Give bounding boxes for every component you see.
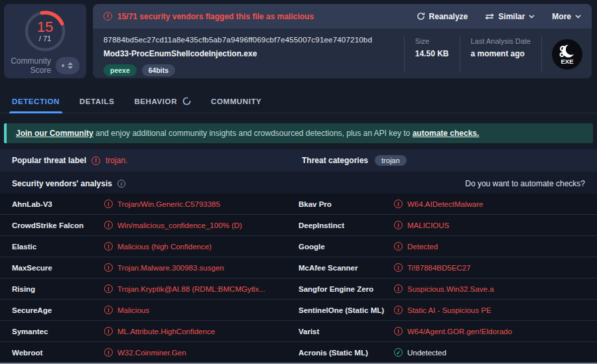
- vendor-name: CrowdStrike Falcon: [0, 221, 104, 229]
- table-row: Webroot!W32.Coinminer.GenAcronis (Static…: [0, 342, 597, 363]
- size-value: 14.50 KB: [415, 49, 449, 58]
- vendor-result-text: Malicious: [117, 306, 149, 314]
- vendor-result-text: ML.Attribute.HighConfidence: [117, 328, 215, 335]
- alert-circle-icon: !: [394, 284, 403, 293]
- vendor-result: ✓Undetected: [394, 348, 597, 357]
- vendor-result-text: Trojan.Kryptik@AI.88 (RDML:BMCMGytlx...: [117, 285, 265, 293]
- alert-circle-icon: !: [104, 306, 113, 314]
- vendor-name: Rising: [0, 285, 104, 293]
- detections-count: 15: [21, 19, 69, 36]
- vendor-name: Varist: [287, 328, 394, 335]
- table-row: AhnLab-V3!Trojan/Win.Generic.C5793385Bka…: [0, 194, 597, 215]
- banner-text: 15/71 security vendors flagged this file…: [117, 12, 314, 21]
- vendor-name: AhnLab-V3: [0, 200, 104, 208]
- vendor-result-text: Malicious (high Confidence): [117, 243, 212, 251]
- vendor-result: !Trojan/Win.Generic.C5793385: [104, 200, 287, 208]
- reanalyze-button[interactable]: Reanalyze: [417, 12, 468, 21]
- file-type-badge-column: EXE: [541, 36, 582, 72]
- detection-banner: ! 15/71 security vendors flagged this fi…: [93, 4, 592, 29]
- last-analysis-label: Last Analysis Date: [471, 37, 531, 45]
- community-score-label: Community Score: [11, 56, 51, 75]
- vendor-name: MaxSecure: [0, 264, 104, 272]
- vendor-name: Bkav Pro: [287, 200, 394, 208]
- automate-checks-link[interactable]: automate checks.: [413, 129, 480, 138]
- alert-circle-icon: !: [104, 327, 113, 335]
- vendor-result: !W64.AIDetectMalware: [394, 200, 597, 208]
- vendor-name: Acronis (Static ML): [287, 349, 394, 357]
- similar-button[interactable]: Similar: [485, 12, 535, 21]
- vendor-name: Symantec: [0, 328, 104, 335]
- threat-category-pill[interactable]: trojan: [375, 155, 407, 166]
- join-community-banner: Join our Community and enjoy additional …: [4, 123, 593, 143]
- vendor-name: Google: [287, 243, 394, 251]
- vendor-result: !Suspicious.Win32.Save.a: [394, 284, 597, 293]
- alert-circle-icon: !: [104, 284, 113, 293]
- tab-community[interactable]: COMMUNITY: [211, 90, 261, 113]
- tab-details[interactable]: DETAILS: [80, 90, 115, 113]
- info-circle-icon[interactable]: i: [117, 180, 125, 188]
- vendor-name: McAfee Scanner: [287, 264, 394, 272]
- table-row: CrowdStrike Falcon!Win/malicious_confide…: [0, 215, 597, 236]
- community-score-card: 15 / 71 Community Score: [4, 4, 86, 78]
- exe-file-badge: EXE: [552, 39, 582, 70]
- vendor-result: !W64/Agent.GOR.gen!Eldorado: [394, 327, 597, 335]
- vendors-table: AhnLab-V3!Trojan/Win.Generic.C5793385Bka…: [0, 194, 597, 363]
- vendor-result: !MALICIOUS: [394, 221, 597, 229]
- vendor-name: SentinelOne (Static ML): [287, 306, 394, 314]
- table-row: SecureAge!MaliciousSentinelOne (Static M…: [0, 300, 597, 321]
- size-label: Size: [415, 37, 449, 45]
- detections-total: / 71: [21, 34, 69, 42]
- vendor-result: !Trojan.Kryptik@AI.88 (RDML:BMCMGytlx...: [104, 284, 287, 293]
- chevron-down-icon: [575, 15, 581, 19]
- stepper-dot-icon: [62, 64, 64, 67]
- vendor-result-text: Trojan/Win.Generic.C5793385: [117, 200, 220, 208]
- file-info-section: 87884bd5ec27cd11a8e435cfb5ab7a9496ff069c…: [93, 29, 592, 78]
- vendor-result: !Ti!87884BD5EC27: [394, 263, 597, 272]
- stepper-arrows-icon[interactable]: [68, 62, 73, 69]
- vendor-name: Sangfor Engine Zero: [287, 285, 394, 293]
- vendor-result: !W32.Coinminer.Gen: [104, 348, 287, 357]
- vendor-result-text: Static AI - Suspicious PE: [407, 306, 492, 314]
- alert-circle-icon: !: [103, 12, 112, 21]
- tab-detection[interactable]: DETECTION: [12, 90, 60, 113]
- file-size-column: Size 14.50 KB: [404, 36, 460, 72]
- tag-64bits[interactable]: 64bits: [142, 64, 175, 76]
- vendor-result: !ML.Attribute.HighConfidence: [104, 327, 287, 335]
- alert-circle-icon: !: [104, 242, 113, 251]
- similar-arrows-icon: [485, 13, 494, 20]
- vendor-result-text: W32.Coinminer.Gen: [117, 349, 186, 357]
- vendor-result-text: Win/malicious_confidence_100% (D): [117, 221, 242, 229]
- alert-circle-icon: !: [104, 221, 113, 229]
- vendors-analysis-title: Security vendors' analysis: [12, 179, 112, 188]
- alert-circle-icon: !: [104, 263, 113, 272]
- vendor-name: Webroot: [0, 349, 104, 357]
- automate-checks-question-link[interactable]: Do you want to automate checks?: [465, 179, 585, 188]
- table-row: Rising!Trojan.Kryptik@AI.88 (RDML:BMCMGy…: [0, 278, 597, 300]
- tag-peexe[interactable]: peexe: [103, 64, 137, 76]
- vendor-result-text: W64/Agent.GOR.gen!Eldorado: [407, 328, 512, 335]
- chevron-down-icon: [529, 15, 535, 19]
- alert-circle-icon: !: [104, 348, 113, 357]
- file-hash[interactable]: 87884bd5ec27cd11a8e435cfb5ab7a9496ff069c…: [103, 36, 404, 44]
- file-tags: peexe 64bits: [103, 64, 404, 76]
- file-name: Mod33-ProcEnumShellcodeInjection.exe: [103, 49, 404, 58]
- alert-circle-icon: !: [394, 263, 403, 272]
- alert-circle-icon: !: [394, 306, 403, 314]
- vendor-result: !Detected: [394, 242, 597, 251]
- threat-categories-label: Threat categories: [302, 156, 368, 165]
- join-community-link[interactable]: Join our Community: [16, 129, 94, 138]
- threat-label-value: trojan.: [105, 156, 127, 165]
- alert-circle-icon: !: [104, 200, 113, 208]
- vendor-result: !Static AI - Suspicious PE: [394, 306, 597, 314]
- vendor-result-text: Detected: [407, 243, 438, 251]
- table-row: Symantec!ML.Attribute.HighConfidenceVari…: [0, 321, 597, 342]
- vendor-name: Elastic: [0, 243, 104, 251]
- last-analysis-column: Last Analysis Date a moment ago: [460, 36, 542, 72]
- alert-circle-icon: !: [394, 221, 403, 229]
- alert-circle-icon: !: [92, 156, 100, 165]
- popular-threat-label: Popular threat label: [12, 156, 86, 165]
- community-score-vote-stepper[interactable]: [56, 57, 80, 74]
- tab-behavior[interactable]: BEHAVIOR: [134, 90, 191, 113]
- vendor-result: !Malicious: [104, 306, 287, 314]
- more-button[interactable]: More: [552, 12, 581, 21]
